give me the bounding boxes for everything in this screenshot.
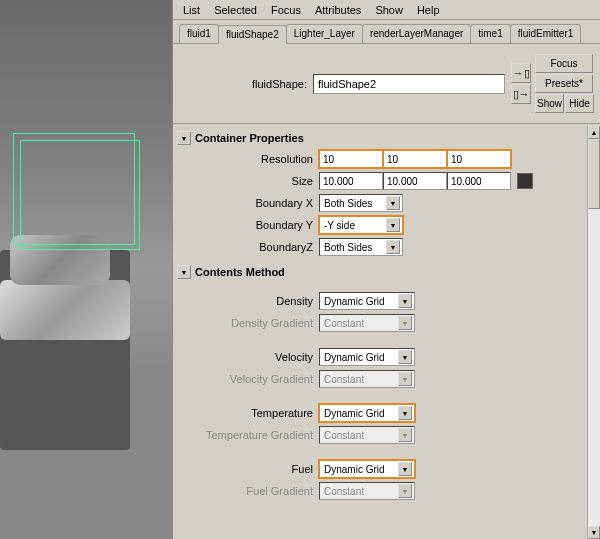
chevron-down-icon: ▼	[386, 240, 400, 254]
chevron-down-icon: ▼	[386, 196, 400, 210]
boundary-z-dropdown[interactable]: Both Sides ▼	[319, 238, 403, 256]
density-gradient-label: Density Gradient	[177, 317, 319, 329]
node-type-label: fluidShape:	[173, 78, 313, 90]
density-gradient-value: Constant	[324, 318, 364, 329]
chevron-down-icon: ▼	[386, 218, 400, 232]
output-connection-icon[interactable]: ▯→	[511, 84, 531, 104]
size-z-input[interactable]	[447, 172, 511, 190]
chevron-down-icon: ▼	[398, 428, 412, 442]
tab-fluidemitter1[interactable]: fluidEmitter1	[510, 24, 582, 43]
velocity-gradient-dropdown: Constant ▼	[319, 370, 415, 388]
boundary-z-value: Both Sides	[324, 242, 372, 253]
section-container-properties: ▼ Container Properties Resolution Size B…	[173, 126, 587, 260]
chevron-down-icon: ▼	[398, 462, 412, 476]
hide-button[interactable]: Hide	[565, 94, 594, 113]
boundary-x-value: Both Sides	[324, 198, 372, 209]
fuel-value: Dynamic Grid	[324, 464, 385, 475]
size-label: Size	[177, 175, 319, 187]
resolution-z-input[interactable]	[447, 150, 511, 168]
temperature-gradient-value: Constant	[324, 430, 364, 441]
tab-fluid1[interactable]: fluid1	[179, 24, 219, 43]
node-name-input[interactable]	[313, 74, 505, 94]
size-x-input[interactable]	[319, 172, 383, 190]
chevron-down-icon: ▼	[398, 484, 412, 498]
tab-renderlayermanager[interactable]: renderLayerManager	[362, 24, 471, 43]
menu-show[interactable]: Show	[369, 2, 409, 18]
fuel-gradient-dropdown: Constant ▼	[319, 482, 415, 500]
temperature-gradient-dropdown: Constant ▼	[319, 426, 415, 444]
menu-list[interactable]: List	[177, 2, 206, 18]
header-row: fluidShape: →▯ ▯→ Focus Presets* Show Hi…	[173, 44, 600, 124]
density-dropdown[interactable]: Dynamic Grid ▼	[319, 292, 415, 310]
resolution-x-input[interactable]	[319, 150, 383, 168]
menu-help[interactable]: Help	[411, 2, 446, 18]
section-title: Container Properties	[195, 132, 304, 144]
chevron-down-icon: ▼	[398, 316, 412, 330]
resolution-label: Resolution	[177, 153, 319, 165]
fuel-dropdown[interactable]: Dynamic Grid ▼	[319, 460, 415, 478]
viewport-3d[interactable]	[0, 0, 172, 539]
menu-focus[interactable]: Focus	[265, 2, 307, 18]
tab-lighter-layer[interactable]: Lighter_Layer	[286, 24, 363, 43]
temperature-value: Dynamic Grid	[324, 408, 385, 419]
scroll-down-icon[interactable]: ▼	[588, 526, 600, 539]
velocity-dropdown[interactable]: Dynamic Grid ▼	[319, 348, 415, 366]
size-connector-icon[interactable]	[517, 173, 533, 189]
presets-button[interactable]: Presets*	[535, 74, 593, 93]
show-button[interactable]: Show	[535, 94, 564, 113]
temperature-label: Temperature	[177, 407, 319, 419]
vertical-scrollbar[interactable]: ▲ ▼	[587, 126, 600, 539]
density-value: Dynamic Grid	[324, 296, 385, 307]
chevron-down-icon: ▼	[398, 350, 412, 364]
input-connection-icon[interactable]: →▯	[511, 63, 531, 83]
boundary-z-label: BoundaryZ	[177, 241, 319, 253]
fuel-label: Fuel	[177, 463, 319, 475]
boundary-x-label: Boundary X	[177, 197, 319, 209]
tab-time1[interactable]: time1	[470, 24, 510, 43]
chevron-down-icon: ▼	[398, 294, 412, 308]
collapse-toggle[interactable]: ▼	[177, 131, 191, 145]
chevron-down-icon: ▼	[398, 406, 412, 420]
size-y-input[interactable]	[383, 172, 447, 190]
boundary-y-label: Boundary Y	[177, 219, 319, 231]
boundary-y-value: -Y side	[324, 220, 355, 231]
resolution-y-input[interactable]	[383, 150, 447, 168]
boundary-y-dropdown[interactable]: -Y side ▼	[319, 216, 403, 234]
fuel-gradient-value: Constant	[324, 486, 364, 497]
density-gradient-dropdown: Constant ▼	[319, 314, 415, 332]
density-label: Density	[177, 295, 319, 307]
scroll-track[interactable]	[588, 139, 600, 526]
velocity-gradient-label: Velocity Gradient	[177, 373, 319, 385]
fluid-container-wireframe	[20, 140, 140, 250]
velocity-value: Dynamic Grid	[324, 352, 385, 363]
temperature-dropdown[interactable]: Dynamic Grid ▼	[319, 404, 415, 422]
velocity-gradient-value: Constant	[324, 374, 364, 385]
fuel-gradient-label: Fuel Gradient	[177, 485, 319, 497]
focus-button[interactable]: Focus	[535, 54, 593, 73]
temperature-gradient-label: Temperature Gradient	[177, 429, 319, 441]
tab-fluidshape2[interactable]: fluidShape2	[218, 25, 287, 44]
attribute-editor: List Selected Focus Attributes Show Help…	[172, 0, 600, 539]
section-contents-method: ▼ Contents Method Density Dynamic Grid ▼…	[173, 260, 587, 504]
menubar: List Selected Focus Attributes Show Help	[173, 0, 600, 20]
boundary-x-dropdown[interactable]: Both Sides ▼	[319, 194, 403, 212]
chevron-down-icon: ▼	[398, 372, 412, 386]
section-title: Contents Method	[195, 266, 285, 278]
menu-attributes[interactable]: Attributes	[309, 2, 367, 18]
scroll-thumb[interactable]	[588, 139, 600, 209]
node-tabs: fluid1 fluidShape2 Lighter_Layer renderL…	[173, 20, 600, 44]
model-geometry	[0, 280, 130, 340]
scroll-up-icon[interactable]: ▲	[588, 126, 600, 139]
velocity-label: Velocity	[177, 351, 319, 363]
collapse-toggle[interactable]: ▼	[177, 265, 191, 279]
menu-selected[interactable]: Selected	[208, 2, 263, 18]
